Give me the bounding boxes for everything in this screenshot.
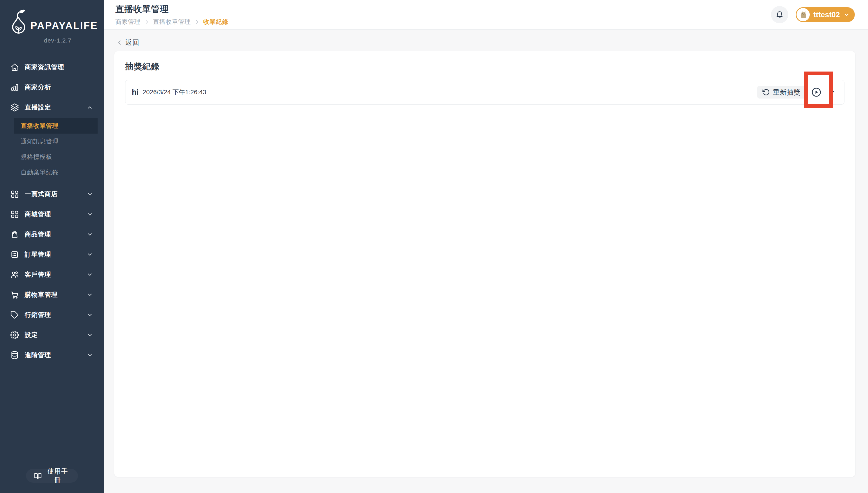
cart-icon [10, 291, 19, 299]
live-settings-submenu: 直播收單管理 通知訊息管理 規格標模板 自動棄單紀錄 [0, 117, 104, 180]
back-button[interactable]: 返回 [117, 39, 139, 46]
page-title: 直播收單管理 [115, 3, 228, 15]
record-name: hi [132, 88, 139, 97]
breadcrumb-item-current: 收單紀錄 [203, 18, 228, 26]
category-grid-icon [10, 190, 19, 198]
brand: PAPAYALIFE dev-1.2.7 [0, 0, 104, 44]
redraw-button[interactable]: 重新抽獎 [757, 86, 806, 99]
sidebar-item-mall-management[interactable]: 商城管理 [0, 204, 104, 224]
sidebar-subitem-notification-message[interactable]: 通知訊息管理 [14, 134, 98, 149]
order-list-icon [10, 250, 19, 259]
chevron-down-icon [87, 312, 93, 318]
sidebar-item-merchant-analytics[interactable]: 商家分析 [0, 77, 104, 98]
sidebar-item-marketing-management[interactable]: 行銷管理 [0, 305, 104, 325]
sidebar-subitem-auto-abandon-record[interactable]: 自動棄單紀錄 [14, 165, 98, 180]
card-title: 抽獎紀錄 [125, 61, 844, 72]
sidebar-item-customer-management[interactable]: 客戶管理 [0, 264, 104, 285]
breadcrumb: 商家管理 直播收單管理 收單紀錄 [115, 18, 228, 26]
page-heading: 直播收單管理 商家管理 直播收單管理 收單紀錄 [115, 3, 228, 26]
chevron-down-icon [87, 191, 93, 197]
submenu-indicator-line [14, 118, 14, 179]
user-manual-button[interactable]: 使用手冊 [26, 469, 78, 483]
sidebar-item-cart-management[interactable]: 購物車管理 [0, 285, 104, 305]
avatar [797, 8, 810, 21]
chevron-down-icon [87, 211, 93, 217]
home-icon [10, 63, 19, 71]
lottery-record-row: hi 2026/3/24 下午1:26:43 重新抽獎 [125, 80, 844, 105]
chevron-down-icon [87, 231, 93, 238]
layers-icon [10, 103, 19, 112]
sidebar-item-settings[interactable]: 設定 [0, 325, 104, 345]
chevron-down-icon [87, 272, 93, 278]
rotate-ccw-icon [762, 88, 770, 96]
breadcrumb-item[interactable]: 商家管理 [115, 18, 141, 26]
chevron-up-icon [87, 104, 93, 111]
play-button[interactable] [812, 87, 821, 97]
sidebar-item-advanced-management[interactable]: 進階管理 [0, 345, 104, 365]
sidebar-item-live-settings[interactable]: 直播設定 [0, 98, 104, 117]
breadcrumb-item[interactable]: 直播收單管理 [153, 18, 191, 26]
record-actions: 重新抽獎 [757, 86, 836, 99]
book-open-icon [34, 472, 42, 480]
sidebar-item-order-management[interactable]: 訂單管理 [0, 244, 104, 264]
sidebar-item-merchant-info[interactable]: 商家資訊管理 [0, 57, 104, 77]
chevron-left-icon [117, 40, 122, 46]
brand-row: PAPAYALIFE [12, 9, 104, 37]
gear-icon [10, 331, 19, 339]
database-icon [10, 351, 19, 359]
chevron-down-icon [87, 352, 93, 358]
bar-chart-icon [10, 83, 19, 92]
bell-icon [776, 10, 784, 19]
chevron-right-icon [144, 20, 149, 24]
user-name: tttest02 [814, 10, 840, 19]
chevron-right-icon [195, 20, 200, 24]
sidebar: PAPAYALIFE dev-1.2.7 商家資訊管理 商家分析 直播設定 [0, 0, 104, 493]
chevron-down-icon [87, 332, 93, 338]
papaya-pear-logo-icon [12, 9, 26, 37]
users-icon [10, 270, 19, 279]
row-expand-button[interactable] [829, 89, 836, 96]
lottery-records-card: 抽獎紀錄 hi 2026/3/24 下午1:26:43 重新抽獎 [114, 51, 855, 477]
shopping-bag-icon [10, 230, 19, 239]
user-menu-button[interactable]: tttest02 [796, 7, 855, 22]
chevron-down-icon [844, 12, 850, 18]
sidebar-menu: 商家資訊管理 商家分析 直播設定 直播收單管理 通知訊息管理 [0, 57, 104, 365]
sidebar-subitem-live-order-management[interactable]: 直播收單管理 [14, 118, 98, 134]
sidebar-item-one-page-shop[interactable]: 一頁式商店 [0, 184, 104, 204]
chevron-down-icon [87, 292, 93, 298]
category-grid-icon [10, 210, 19, 219]
brand-name: PAPAYALIFE [30, 20, 98, 37]
main-area: 直播收單管理 商家管理 直播收單管理 收單紀錄 [104, 0, 868, 493]
record-timestamp: 2026/3/24 下午1:26:43 [143, 88, 206, 97]
topbar-actions: tttest02 [771, 6, 855, 23]
tag-icon [10, 310, 19, 319]
app-version: dev-1.2.7 [12, 37, 104, 44]
content-area: 返回 抽獎紀錄 hi 2026/3/24 下午1:26:43 重新抽獎 [104, 29, 868, 477]
notifications-button[interactable] [771, 6, 788, 23]
play-circle-icon [812, 87, 821, 97]
topbar: 直播收單管理 商家管理 直播收單管理 收單紀錄 [104, 0, 868, 29]
sidebar-subitem-spec-template[interactable]: 規格標模板 [14, 149, 98, 165]
chevron-down-icon [87, 251, 93, 258]
chevron-down-icon [829, 89, 836, 96]
sidebar-item-product-management[interactable]: 商品管理 [0, 224, 104, 244]
